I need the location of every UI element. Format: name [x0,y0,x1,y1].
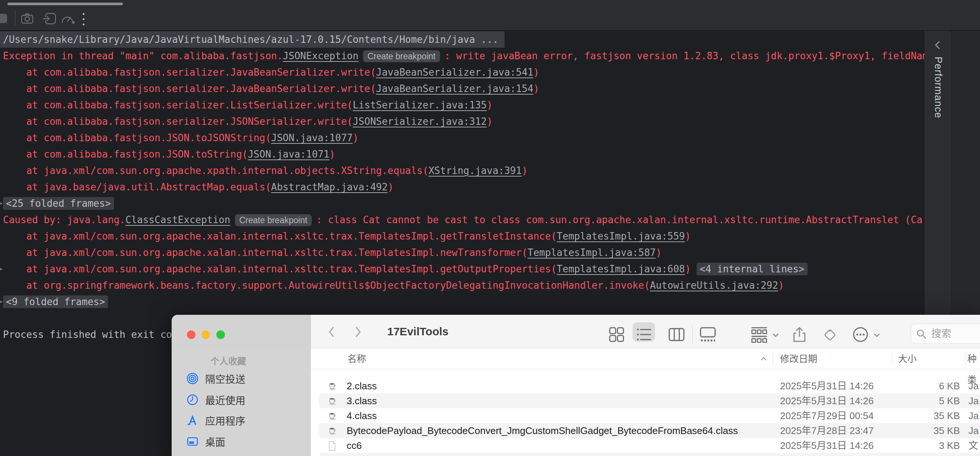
list-view-icon[interactable] [636,326,652,343]
stack-trace-link[interactable]: ListSerializer.java:135 [353,99,487,111]
console-line: at com.alibaba.fastjson.serializer.JSONS… [0,113,925,130]
search-placeholder: 搜索 [931,324,951,343]
finder-content: 名称 修改日期 大小 种类 2.class2025年5月31日 14:266 K… [311,348,980,456]
performance-tab[interactable]: Performance [932,57,944,118]
console-error-text: ) [685,231,691,242]
collapse-chevron-icon[interactable] [934,40,942,50]
tool-window-icon[interactable] [0,14,7,23]
java-class-icon [328,411,337,422]
file-name[interactable]: BytecodePayload_BytecodeConvert_JmgCusto… [347,423,738,438]
file-row[interactable]: cc62025年5月31日 14:263 KB文 [311,438,980,453]
sidebar-item-applications[interactable]: 应用程序 [186,412,245,429]
console-error-text: at com.alibaba.fastjson.serializer.JSONS… [3,116,353,127]
stack-trace-link[interactable]: AbstractMap.java:492 [271,182,388,193]
console-error-text: at org.springframework.beans.factory.sup… [3,280,650,291]
open-artifact-icon[interactable] [43,12,57,25]
console-line: /Users/snake/Library/Java/JavaVirtualMac… [0,31,925,48]
horizontal-scrollbar[interactable] [8,3,123,5]
fold-chevron-icon[interactable]: > [0,293,2,310]
folded-frames-chip[interactable]: <9 folded frames> [3,295,108,308]
stack-trace-link[interactable]: TemplatesImpl.java:559 [557,231,685,242]
console-error-text: ) [388,182,394,193]
search-field[interactable]: 搜索 [911,324,980,344]
column-date[interactable]: 修改日期 [780,348,817,369]
stack-trace-link[interactable]: TemplatesImpl.java:587 [528,247,656,258]
gallery-view-icon[interactable] [700,326,716,343]
file-row[interactable]: 2.class2025年5月31日 14:266 KBJa [311,378,980,394]
console-line: at com.alibaba.fastjson.JSON.toString(JS… [0,146,925,163]
toolbar-divider [692,325,692,343]
airdrop-icon [186,373,199,384]
share-icon[interactable] [791,326,808,343]
group-icon[interactable] [751,326,767,343]
close-button[interactable] [187,330,196,339]
screen: /Users/snake/Library/Java/JavaVirtualMac… [0,0,980,456]
column-divider[interactable] [965,352,966,365]
stack-trace-link[interactable]: XString.java:391 [429,165,522,176]
stack-trace-link[interactable]: ClassCastException [126,214,231,225]
file-kind: Ja [969,408,978,423]
folded-frames-chip[interactable]: <4 internal lines> [697,263,808,275]
create-breakpoint-button[interactable]: Create breakpoint [235,214,312,226]
more-icon[interactable] [852,326,869,343]
desktop-icon [186,435,199,447]
console-line: at org.springframework.beans.factory.sup… [0,277,925,293]
stack-trace-link[interactable]: AutowireUtils.java:292 [650,280,778,291]
stack-trace-link[interactable]: JSONSerializer.java:312 [353,116,487,127]
create-breakpoint-button[interactable]: Create breakpoint [363,50,440,62]
console-line: at com.alibaba.fastjson.JSON.toJSONStrin… [0,130,925,146]
zoom-button[interactable] [216,330,225,339]
sidebar-item-desktop[interactable]: 桌面 [186,433,225,450]
console-line: Exception in thread "main" com.alibaba.f… [0,48,925,64]
file-row[interactable]: 4.class2025年7月29日 00:5435 KBJa [311,408,980,423]
stack-trace-link[interactable]: JavaBeanSerializer.java:541 [376,67,534,78]
tag-icon[interactable] [822,326,838,343]
stack-trace-link[interactable]: JavaBeanSerializer.java:154 [376,83,534,94]
console-error-text: ) [685,263,696,274]
sidebar-item-recents[interactable]: 最近使用 [186,392,245,408]
file-row[interactable]: 3.class2025年5月31日 14:265 KBJa [311,394,980,408]
sidebar-item-label: 最近使用 [205,393,245,407]
file-name[interactable]: 3.class [347,394,377,408]
sort-ascending-icon [760,357,767,361]
file-kind: Ja [969,423,978,438]
applications-icon [186,414,199,426]
console-error-text: ) [487,116,493,127]
chevron-down-icon[interactable] [874,333,880,338]
screenshot-icon[interactable] [21,12,33,24]
grid-view-icon[interactable] [608,326,625,343]
minimize-button[interactable] [201,330,210,339]
column-divider[interactable] [892,352,892,365]
file-name[interactable]: 4.class [347,408,377,423]
recents-icon [186,394,199,406]
columns-view-icon[interactable] [668,326,685,343]
fold-chevron-icon[interactable]: > [0,261,2,277]
stack-trace-link[interactable]: JSON.java:1071 [248,149,329,160]
chevron-down-icon[interactable] [773,333,779,338]
file-name[interactable]: cc6 [347,438,361,453]
column-name[interactable]: 名称 [347,348,366,369]
sidebar-item-airdrop[interactable]: 隔空投送 [186,370,245,387]
finder-titlebar-left[interactable] [172,315,311,348]
console-error-text: at com.alibaba.fastjson.JSON.toJSONStrin… [3,132,271,143]
console-line: at java.xml/com.sun.org.apache.xalan.int… [0,228,925,244]
fold-chevron-icon[interactable]: > [0,195,2,212]
file-row[interactable]: BytecodePayload_BytecodeConvert_JmgCusto… [311,423,980,438]
column-size[interactable]: 大小 [898,348,917,369]
profiler-gauge-icon[interactable] [60,12,75,25]
file-size: 6 KB [869,378,960,394]
forward-button[interactable] [355,326,361,338]
console-error-text: at java.xml/com.sun.org.apache.xpath.int… [3,165,429,176]
file-size: 5 KB [869,394,960,408]
stack-trace-link[interactable]: JSONException [283,50,359,61]
more-vertical-icon[interactable] [83,13,85,29]
stack-trace-link[interactable]: JSON.java:1077 [271,132,353,143]
console-error-text: : class Cat cannot be cast to class com.… [316,214,922,225]
back-button[interactable] [328,326,335,338]
stack-trace-link[interactable]: TemplatesImpl.java:608 [557,263,685,274]
folded-frames-chip[interactable]: <25 folded frames> [3,197,114,210]
column-divider[interactable] [773,352,773,365]
file-name[interactable]: 2.class [347,378,377,394]
console-error-text: ) [487,99,493,111]
console-line: ><9 folded frames> [0,293,925,310]
